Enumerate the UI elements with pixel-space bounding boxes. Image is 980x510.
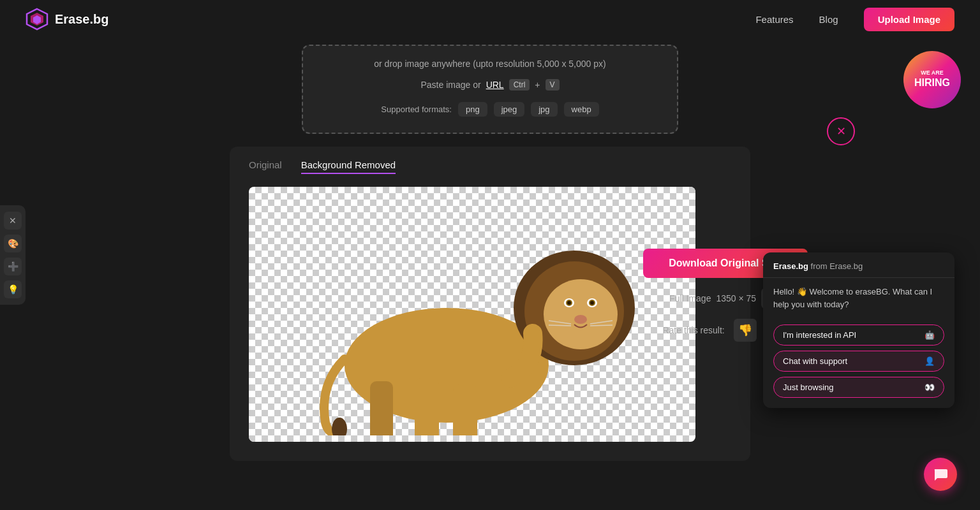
nav-links: Features Blog Upload Image [755,8,954,31]
drop-text: or drop image anywhere (upto resolution … [329,59,651,69]
chat-option-support-emoji: 👤 [924,356,935,366]
hiring-inner: WE ARE HIRING [903,51,961,108]
logo-area: Erase.bg [26,8,108,31]
toolbar-add-button[interactable]: ➕ [4,258,22,275]
tab-background-removed[interactable]: Background Removed [301,159,396,174]
paste-row: Paste image or URL Ctrl + V [329,79,651,91]
header: Erase.bg Features Blog Upload Image [0,0,980,38]
ctrl-key: Ctrl [509,79,530,91]
svg-point-9 [567,301,571,305]
chat-option-browsing-label: Just browsing [783,382,833,392]
thumbs-down-button[interactable]: 👎 [734,319,757,342]
full-image-label: Full Image [669,293,711,303]
toolbar-info-button[interactable]: 💡 [4,280,22,298]
chat-option-support-label: Chat with support [783,356,847,366]
toolbar-close-button[interactable]: ✕ [4,212,22,229]
chat-brand-name: Erase.bg [773,261,808,271]
format-png: png [458,102,487,117]
hiring-badge[interactable]: WE ARE HIRING [903,51,961,108]
format-jpeg: jpeg [494,102,525,117]
svg-point-6 [544,279,618,349]
tabs-row: Original Background Removed [249,159,731,174]
format-jpg: jpg [531,102,557,117]
svg-rect-22 [370,381,393,435]
lion-image-area [249,187,695,442]
chat-option-browsing[interactable]: Just browsing 👀 [773,377,944,398]
chat-from: from Erase.bg [811,261,863,271]
chat-message: Hello! 👋 Welcome to eraseBG. What can I … [763,278,954,318]
chat-option-api-emoji: 🤖 [924,330,935,340]
result-image-wrapper [249,187,695,442]
chat-options: I'm interested in API 🤖 Chat with suppor… [763,318,954,408]
svg-line-17 [590,325,612,326]
toolbar-color-button[interactable]: 🎨 [4,235,22,252]
left-toolbar: ✕ 🎨 ➕ 💡 [0,205,26,305]
hiring-line1: WE ARE [921,69,944,77]
rate-label: Rate this result: [662,325,724,335]
plus-sign: + [535,80,540,90]
logo-text: Erase.bg [55,12,108,27]
svg-point-12 [590,301,594,305]
url-link[interactable]: URL [486,80,504,90]
paste-label: Paste image or [420,80,480,90]
chat-option-api-label: I'm interested in API [783,330,856,340]
svg-line-15 [549,325,571,326]
formats-label: Supported formats: [381,105,452,114]
chat-option-browsing-emoji: 👀 [924,382,935,392]
image-dimensions: 1350 × 75 [716,293,756,303]
chat-bubble-button[interactable] [924,458,957,491]
dropzone[interactable]: or drop image anywhere (upto resolution … [302,45,678,134]
nav-blog[interactable]: Blog [819,14,838,25]
chat-popup: Erase.bg from Erase.bg Hello! 👋 Welcome … [763,252,954,408]
formats-row: Supported formats: png jpeg jpg webp [329,102,651,117]
svg-point-13 [574,315,587,324]
chat-option-api[interactable]: I'm interested in API 🤖 [773,324,944,346]
nav-features[interactable]: Features [755,14,793,25]
lion-svg [268,193,676,435]
chat-bubble-icon [932,466,949,483]
chat-header: Erase.bg from Erase.bg [763,252,954,278]
svg-rect-20 [453,384,477,435]
chat-message-text: Hello! 👋 Welcome to eraseBG. What can I … [773,287,932,309]
hiring-line2: HIRING [914,76,950,90]
logo-icon [26,8,48,31]
v-key: V [546,79,560,91]
svg-rect-18 [415,378,439,435]
upload-image-button[interactable]: Upload Image [864,8,954,31]
chat-brand: Erase.bg from Erase.bg [773,261,944,271]
svg-point-24 [332,418,347,435]
tab-original[interactable]: Original [249,159,282,174]
format-webp: webp [564,102,599,117]
close-button[interactable]: ✕ [827,117,855,145]
chat-option-support[interactable]: Chat with support 👤 [773,351,944,372]
